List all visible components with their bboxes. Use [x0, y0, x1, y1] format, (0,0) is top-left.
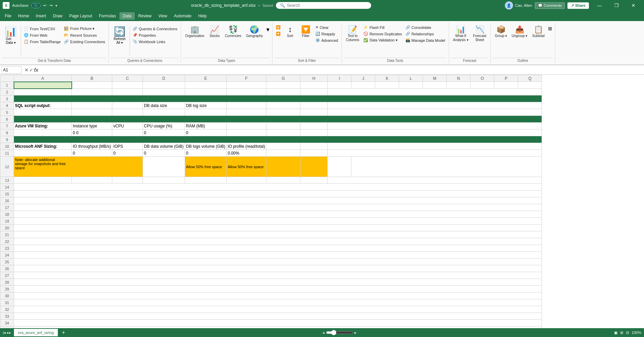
cell-H4[interactable]: [300, 102, 328, 109]
col-header-H[interactable]: H: [300, 75, 328, 82]
sort-asc-button[interactable]: 🔼: [275, 24, 282, 30]
cell-D12[interactable]: Allow 50% free space: [185, 157, 226, 177]
sort-button[interactable]: ↕️ Sort: [283, 24, 298, 39]
cell-C11[interactable]: 0: [112, 150, 143, 157]
col-header-P[interactable]: P: [494, 75, 518, 82]
cell-row6-green[interactable]: [14, 116, 542, 123]
data-types-expand-icon[interactable]: ▾: [266, 24, 270, 35]
geography-button[interactable]: 🌍 Geography: [244, 24, 265, 39]
cell-G8[interactable]: [266, 129, 300, 136]
cell-F4[interactable]: [227, 102, 266, 109]
cell-D2[interactable]: [143, 89, 185, 95]
cell-H11[interactable]: [300, 150, 328, 157]
get-data-button[interactable]: 📊 GetData ▾: [2, 24, 19, 46]
cell-E4[interactable]: DB log size: [185, 102, 226, 109]
cell-F13[interactable]: [227, 177, 266, 184]
cell-H7[interactable]: [300, 123, 328, 129]
cell-rest-11[interactable]: [328, 150, 542, 157]
cell-A13[interactable]: [14, 177, 72, 184]
ungroup-button[interactable]: 📤 Ungroup ▾: [510, 24, 529, 39]
flash-fill-button[interactable]: ⚡ Flash Fill: [362, 24, 403, 30]
nav-next-icon[interactable]: ▸: [9, 331, 11, 335]
cell-F12[interactable]: [266, 157, 300, 177]
from-table-button[interactable]: 📋 From Table/Range: [22, 39, 62, 45]
cell-H5[interactable]: [300, 109, 328, 116]
cell-H2[interactable]: [300, 89, 328, 95]
cell-rest-2[interactable]: [328, 89, 542, 95]
what-if-analysis-button[interactable]: 📊 What-IfAnalysis ▾: [451, 24, 470, 43]
minimize-button[interactable]: —: [592, 1, 607, 10]
autosave-toggle[interactable]: On: [31, 3, 40, 8]
menu-page-layout[interactable]: Page Layout: [66, 12, 95, 20]
cell-C13[interactable]: [112, 177, 143, 184]
col-header-C[interactable]: C: [112, 75, 143, 82]
existing-connections-button[interactable]: 🔗 Existing Connections: [63, 39, 106, 45]
cell-E5[interactable]: [185, 109, 226, 116]
col-header-G[interactable]: G: [266, 75, 300, 82]
cell-D12-empty[interactable]: [143, 157, 185, 177]
cell-C1[interactable]: [112, 82, 143, 89]
formula-input[interactable]: [41, 66, 643, 74]
cell-G12[interactable]: [300, 157, 328, 177]
cell-rest-5[interactable]: [328, 109, 542, 116]
cell-F7[interactable]: [227, 123, 266, 129]
col-header-A[interactable]: A: [14, 75, 72, 82]
menu-automate[interactable]: Automate: [170, 12, 195, 20]
cell-G5[interactable]: [266, 109, 300, 116]
cell-F10[interactable]: IO profile (read/total): [227, 143, 266, 150]
cell-D11[interactable]: 0: [143, 150, 185, 157]
cell-N1[interactable]: [447, 82, 470, 89]
cell-G4[interactable]: [266, 102, 300, 109]
cell-E2[interactable]: [185, 89, 226, 95]
cell-E1[interactable]: [185, 82, 226, 89]
cell-C2[interactable]: [112, 89, 143, 95]
cell-C10[interactable]: IOPS: [112, 143, 143, 150]
remove-duplicates-button[interactable]: 🚫 Remove Duplicates: [362, 31, 403, 37]
col-header-Q[interactable]: Q: [518, 75, 542, 82]
cell-H1[interactable]: [300, 82, 328, 89]
from-web-button[interactable]: 🌐 From Web: [22, 32, 62, 38]
cell-E13[interactable]: [185, 177, 226, 184]
cell-rest-4[interactable]: [328, 102, 542, 109]
subtotal-button[interactable]: 📋 Subtotal: [530, 24, 547, 39]
add-sheet-button[interactable]: +: [62, 330, 65, 336]
col-header-F[interactable]: F: [227, 75, 266, 82]
cell-Q1[interactable]: [518, 82, 542, 89]
cell-rest-10[interactable]: [328, 143, 542, 150]
cell-D8[interactable]: 0: [143, 129, 185, 136]
cell-ref-box[interactable]: [1, 66, 22, 74]
menu-insert[interactable]: Insert: [32, 12, 49, 20]
cell-H13[interactable]: [300, 177, 328, 184]
cell-F11[interactable]: 0.00%: [227, 150, 266, 157]
cell-B8[interactable]: 0 0: [72, 129, 112, 136]
search-input[interactable]: [287, 3, 355, 8]
cell-I1[interactable]: [328, 82, 351, 89]
outline-expand-icon[interactable]: ⊞: [547, 24, 553, 33]
menu-view[interactable]: View: [155, 12, 171, 20]
comments-button[interactable]: 💬 Comments: [535, 2, 565, 9]
from-picture-button[interactable]: 🖼️ From Picture ▾: [63, 26, 106, 32]
cell-F2[interactable]: [227, 89, 266, 95]
cell-B4[interactable]: [72, 102, 112, 109]
cell-J1[interactable]: [351, 82, 375, 89]
cell-A11[interactable]: [14, 150, 72, 157]
cell-F8[interactable]: [227, 129, 266, 136]
menu-home[interactable]: Home: [15, 12, 32, 20]
cell-B1[interactable]: [72, 82, 112, 89]
cell-B5[interactable]: [72, 109, 112, 116]
fx-cancel-icon[interactable]: ✕: [24, 67, 29, 73]
col-header-D[interactable]: D: [143, 75, 185, 82]
col-header-K[interactable]: K: [375, 75, 399, 82]
cell-F1[interactable]: [227, 82, 266, 89]
menu-file[interactable]: File: [1, 12, 15, 20]
cell-rest-8[interactable]: [328, 129, 542, 136]
view-page-icon[interactable]: ⊟: [626, 331, 629, 335]
cell-H10[interactable]: [300, 143, 328, 150]
sort-desc-button[interactable]: 🔽: [275, 31, 282, 37]
cell-H12[interactable]: [328, 157, 351, 177]
data-validation-button[interactable]: ✅ Data Validation ▾: [362, 37, 403, 43]
nav-prev-icon[interactable]: ◂: [6, 331, 9, 335]
manage-data-model-button[interactable]: 🗃️ Manage Data Model: [404, 37, 447, 43]
scroll-right-icon[interactable]: ▸: [354, 331, 357, 335]
consolidate-button[interactable]: 🔗 Consolidate: [404, 24, 447, 30]
